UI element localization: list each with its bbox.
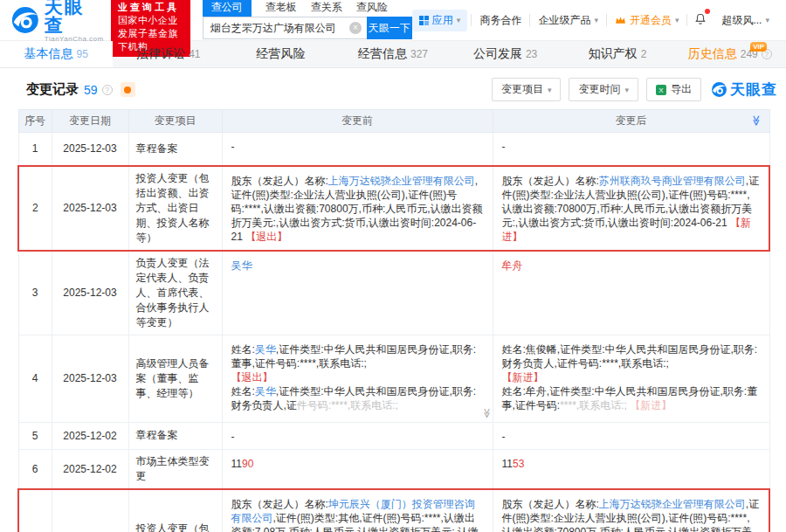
cell-date: 2025-12-02 [52,449,128,489]
tab-label: 法律诉讼 [136,46,185,62]
cell-text: 姓名: [231,343,255,356]
cell-text: 股东（发起人）名称: [502,175,599,187]
info-icon[interactable]: ? [102,85,113,95]
collapse-all-icon[interactable]: ≫ [750,115,762,127]
entity-link[interactable]: 苏州联商玖号商业管理有限公司 [599,175,746,187]
nav-apps[interactable]: 应用▾ [412,10,468,31]
cell-text: 11 [502,458,513,470]
search-tabs: 查公司查老板查关系查风险 [203,1,412,17]
cell-no: 1 [18,133,52,166]
bell-icon [694,12,707,25]
nav-enterprise-products[interactable]: 企业级产品▾ [530,13,606,28]
search-button[interactable]: 天眼一下 [367,17,412,39]
tab-label: 经营信息 [358,46,407,62]
tianyancha-watermark: 天眼查 [711,79,777,100]
notification-dot [705,9,710,14]
cell-text: 股东（发起人）名称: [231,175,328,187]
cell-before: - [222,133,493,166]
tianyancha-logo-icon [10,5,40,35]
change-record-section-header: 变更记录 59 ? 变更项目▾ 变更时间▾ X 导出 天眼查 [0,68,786,109]
nav-biz-label: 商务合作 [479,13,521,28]
tab-count: 95 [77,48,88,60]
cell-before: 姓名:吴华,证件类型:中华人民共和国居民身份证,职务:董事,证件号码:****,… [222,335,493,422]
nav-super-risk[interactable]: 超级风...▾ [714,13,777,28]
table-row: 32025-12-03负责人变更（法定代表人、负责人、首席代表、合伙事务执行人等… [18,251,769,335]
search-tab[interactable]: 查关系 [311,0,342,17]
cell-date: 2025-12-02 [52,422,128,449]
col-header-after-label: 变更后 [616,114,647,127]
table-row: 22025-12-03投资人变更（包括出资额、出资方式、出资日期、投资人名称等）… [18,166,769,251]
entity-link[interactable]: 吴华 [255,343,276,356]
entity-link[interactable]: 吴华 [231,259,252,272]
chevron-down-icon: ▾ [594,16,598,24]
search-tab[interactable]: 查风险 [356,0,388,17]
company-tab-bar: 基本信息95法律诉讼41经营风险经营信息327公司发展23知识产权2历史信息24… [0,40,786,68]
change-status-tag: 【新进】 [502,371,544,383]
tab-历史信息[interactable]: 历史信息249VIP? [673,41,786,67]
entity-link[interactable]: 上海万达锐骁企业管理有限公司 [599,498,746,510]
tab-label: 历史信息 [688,46,737,62]
cell-before: - [222,422,493,449]
search-area: 查公司查老板查关系查风险 × 天眼一下 [203,1,412,39]
change-table-body: 12025-12-03章程备案--22025-12-03投资人变更（包括出资额、… [18,133,769,532]
tab-经营风险[interactable]: 经营风险 [224,41,337,67]
table-row: 62025-12-02市场主体类型变更11901153 [18,449,769,489]
svg-text:X: X [658,86,664,94]
cell-after: 1153 [493,449,769,489]
tab-count: 41 [189,48,200,60]
chevron-down-icon: ▾ [457,16,461,24]
clear-search-icon[interactable]: × [349,22,362,34]
cell-text: 姓名:焦俊幡,证件类型:中华人民共和国居民身份证,职务:财务负责人,证件号码:*… [502,343,758,370]
search-tab[interactable]: 查公司 [203,0,252,17]
filter-label: 变更时间 [578,82,620,97]
change-status-tag: 53 [513,458,524,470]
tianyancha-logo[interactable]: 天眼查 TianYanCha.com [10,0,104,43]
chevron-down-icon: ▾ [675,16,679,24]
tab-基本信息[interactable]: 基本信息95 [0,41,113,67]
cell-text: 【新进】 [630,399,672,411]
cell-text: - [231,141,235,153]
cell-text: 股东（发起人）名称: [231,498,328,510]
tab-经营信息[interactable]: 经营信息327 [337,41,450,67]
nav-member-label: 开通会员 [630,13,672,28]
change-status-tag: 90 [242,458,253,470]
entity-link[interactable]: 吴华 [255,385,276,397]
nav-apps-label: 应用 [432,13,453,28]
filter-change-item-button[interactable]: 变更项目▾ [492,78,562,101]
cell-after: 股东（发起人）名称:苏州联商玖号商业管理有限公司,证件(照)类型:企业法人营业执… [493,166,769,251]
promo-line1: 都在用的商业查询工具 [118,0,183,14]
nav-business-cooperation[interactable]: 商务合作 [472,13,529,28]
tab-法律诉讼[interactable]: 法律诉讼41 [113,41,225,67]
vip-badge: VIP [750,42,767,52]
filter-change-time-button[interactable]: 变更时间▾ [569,78,638,101]
cell-no: 3 [18,251,52,335]
monitor-alert-icon[interactable] [121,82,135,97]
cell-text: 姓名: [231,385,255,397]
tab-公司发展[interactable]: 公司发展23 [449,41,562,67]
tab-label: 知识产权 [589,46,638,62]
nav-open-membership[interactable]: 开通会员▾ [607,13,687,28]
cell-date: 2025-12-03 [52,166,128,251]
cell-date: 2025-12-03 [52,251,128,335]
top-header: 天眼查 TianYanCha.com 都在用的商业查询工具 国家中小企业发展子基… [0,0,786,40]
cell-no: 5 [18,422,52,449]
search-input[interactable] [203,17,367,39]
tianyancha-logo-icon [711,81,727,98]
col-header-item: 变更项目 [128,110,222,133]
cell-before: 吴华 [222,251,493,335]
export-button[interactable]: X 导出 [646,78,701,101]
top-nav: 应用▾ 商务合作 企业级产品▾ 开通会员▾ 超级风...▾ [412,10,777,31]
search-tab[interactable]: 查老板 [265,0,297,17]
nav-enterprise-label: 企业级产品 [538,13,590,28]
table-row: 42025-12-03高级管理人员备案（董事、监事、经理等）姓名:吴华,证件类型… [18,335,769,422]
cell-text: 股东（发起人）名称: [502,498,599,510]
entity-link[interactable]: 上海万达锐骁企业管理有限公司 [328,175,475,187]
cell-date: 2025-12-03 [52,133,128,166]
tab-知识产权[interactable]: 知识产权2 [562,41,674,67]
chevron-down-icon: ▾ [765,16,769,24]
table-row: 52025-12-02章程备案-- [18,422,769,449]
table-header-row: 序号 变更日期 变更项目 变更前 变更后≫ [18,110,769,133]
notifications-bell[interactable] [687,12,714,28]
col-header-date: 变更日期 [52,110,128,133]
cell-item: 负责人变更（法定代表人、负责人、首席代表、合伙事务执行人等变更） [128,251,222,335]
